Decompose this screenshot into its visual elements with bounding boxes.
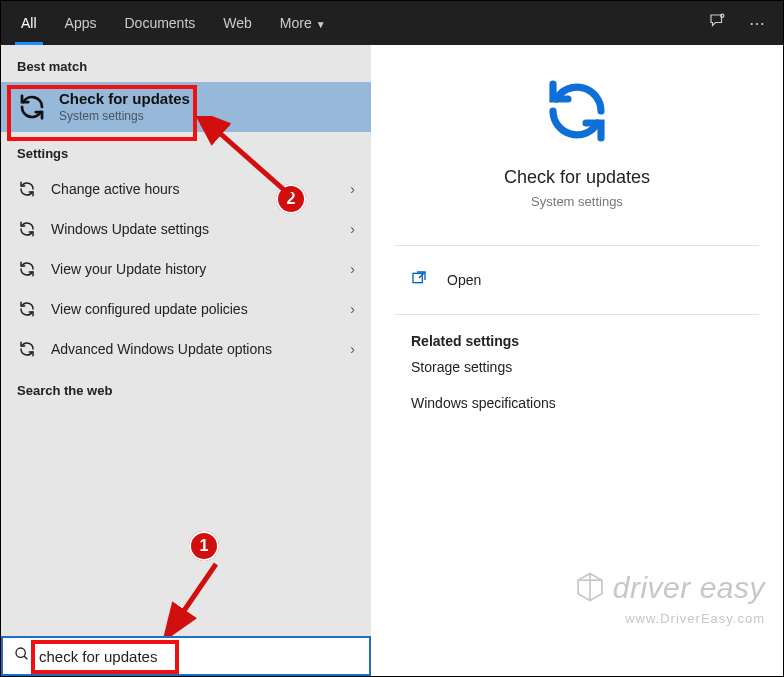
chevron-right-icon: › (350, 221, 355, 237)
search-web-header: Search the web (1, 369, 371, 406)
settings-item-label: Change active hours (51, 181, 350, 197)
tab-web[interactable]: Web (209, 1, 266, 45)
feedback-icon[interactable] (697, 12, 737, 34)
settings-item-label: View configured update policies (51, 301, 350, 317)
sync-icon (17, 339, 37, 359)
open-icon (411, 270, 429, 290)
chevron-right-icon: › (350, 341, 355, 357)
settings-item-change-active-hours[interactable]: Change active hours › (1, 169, 371, 209)
sync-large-icon (541, 133, 613, 150)
settings-header: Settings (1, 132, 371, 169)
related-item-windows-specifications[interactable]: Windows specifications (371, 385, 783, 421)
tab-all[interactable]: All (7, 1, 51, 45)
settings-item-label: View your Update history (51, 261, 350, 277)
settings-item-view-configured-policies[interactable]: View configured update policies › (1, 289, 371, 329)
divider (395, 245, 759, 246)
sync-icon (17, 179, 37, 199)
open-action[interactable]: Open (371, 264, 783, 296)
related-settings-header: Related settings (371, 333, 783, 349)
search-filter-tabs: All Apps Documents Web More▼ ⋯ (1, 1, 783, 45)
settings-item-label: Advanced Windows Update options (51, 341, 350, 357)
search-input[interactable] (33, 648, 361, 665)
sync-icon (15, 90, 49, 124)
preview-title: Check for updates (371, 167, 783, 188)
results-panel: Best match Check for updates System sett… (1, 45, 371, 637)
chevron-right-icon: › (350, 181, 355, 197)
settings-item-view-update-history[interactable]: View your Update history › (1, 249, 371, 289)
sync-icon (17, 219, 37, 239)
related-item-storage-settings[interactable]: Storage settings (371, 349, 783, 385)
best-match-header: Best match (1, 45, 371, 82)
caret-down-icon: ▼ (316, 19, 326, 30)
chevron-right-icon: › (350, 301, 355, 317)
search-icon (11, 646, 33, 666)
settings-item-windows-update-settings[interactable]: Windows Update settings › (1, 209, 371, 249)
divider (395, 314, 759, 315)
preview-panel: Check for updates System settings Open R… (371, 45, 783, 637)
sync-icon (17, 299, 37, 319)
tab-more-label: More (280, 15, 312, 31)
preview-subtitle: System settings (371, 194, 783, 209)
tab-apps[interactable]: Apps (51, 1, 111, 45)
best-match-item[interactable]: Check for updates System settings (1, 82, 371, 132)
sync-icon (17, 259, 37, 279)
best-match-title: Check for updates (59, 90, 190, 109)
settings-item-label: Windows Update settings (51, 221, 350, 237)
best-match-subtitle: System settings (59, 109, 190, 124)
svg-rect-1 (413, 273, 422, 282)
svg-point-2 (16, 648, 25, 657)
search-bar[interactable] (1, 636, 371, 676)
svg-point-0 (721, 14, 724, 17)
settings-item-advanced-windows-update-options[interactable]: Advanced Windows Update options › (1, 329, 371, 369)
tab-more[interactable]: More▼ (266, 1, 340, 45)
svg-line-3 (24, 656, 27, 659)
tab-documents[interactable]: Documents (110, 1, 209, 45)
open-label: Open (447, 272, 481, 288)
chevron-right-icon: › (350, 261, 355, 277)
more-options-icon[interactable]: ⋯ (737, 14, 777, 33)
